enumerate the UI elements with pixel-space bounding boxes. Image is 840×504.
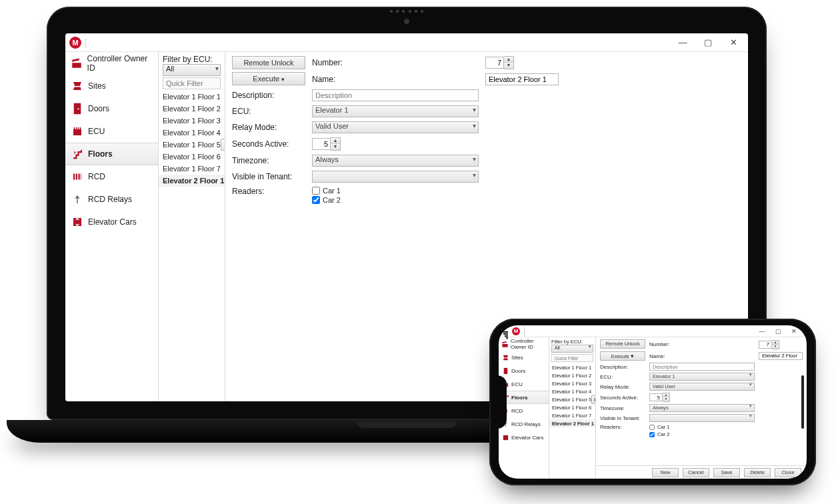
name-input[interactable] [759,352,803,360]
spin-down-icon[interactable]: ▼ [504,63,513,69]
name-input[interactable] [485,73,559,85]
spin-down-icon[interactable]: ▼ [331,144,340,150]
sidebar-item-elevator-cars[interactable]: Elevator Cars [65,211,158,233]
close-button[interactable]: ✕ [727,36,740,49]
description-input[interactable] [649,363,755,371]
relay-mode-dropdown[interactable]: Valid User [649,383,755,391]
list-item[interactable]: Elevator 1 Floor 3 [549,379,595,387]
number-input[interactable] [759,341,772,349]
relay-mode-value[interactable]: Valid User [312,121,479,133]
ecu-value[interactable]: Elevator 1 [312,105,479,117]
relay-mode-dropdown[interactable]: Valid User [312,121,479,133]
sidebar-item-sites[interactable]: Sites [499,351,549,364]
filter-ecu-combo[interactable]: All [163,64,221,76]
number-spinner[interactable]: ▲▼ [759,339,803,350]
execute-button[interactable]: Execute [600,351,645,361]
visible-tenant-value[interactable] [312,171,479,183]
seconds-active-spinner[interactable]: ▲▼ [649,393,755,402]
list-item[interactable]: Elevator 1 Floor 7 [159,163,225,175]
reader-checkbox-car1[interactable]: Car 1 [649,424,755,430]
list-item-text: Elevator 1 Floor 5 [163,141,221,149]
quick-filter-input[interactable] [163,77,221,89]
list-item[interactable]: Elevator 1 Floor 7 [549,411,595,419]
sidebar-item-sites[interactable]: Sites [65,75,158,97]
save-button[interactable]: Save [713,468,740,477]
reader-checkbox-car1[interactable]: Car 1 [312,187,479,195]
sidebar: Controller Owner ID Sites Doors ECU [65,52,159,401]
filter-ecu-value[interactable]: All [551,345,593,353]
readers-list: Car 1 Car 2 [312,187,479,204]
ecu-dropdown[interactable]: Elevator 1 [649,373,755,381]
checkbox-icon[interactable] [312,187,320,195]
list-item-selected[interactable]: Elevator 2 Floor 1 [159,175,225,187]
app-logo-icon [512,327,520,335]
list-item[interactable]: Elevator 1 Floor 2 [159,103,225,115]
sidebar-item-label: Sites [511,355,523,361]
seconds-active-spinner[interactable]: ▲▼ [312,137,479,151]
sidebar-item-floors[interactable]: Floors [65,143,158,165]
new-button[interactable]: New [652,468,679,477]
label-readers: Readers: [232,187,305,196]
checkbox-icon[interactable] [649,432,655,437]
filter-ecu-value[interactable]: All [163,64,221,76]
list-item-selected[interactable]: Elevator 2 Floor 1 [549,419,595,427]
spin-up-icon[interactable]: ▲ [504,57,513,63]
list-item[interactable]: Elevator 1 Floor 4 [549,387,595,395]
list-item[interactable]: Elevator 1 Floor 5 Elevator 1 Floor 3 [549,395,595,403]
list-item[interactable]: Elevator 1 Floor 1 [549,363,595,371]
reader-checkbox-car2[interactable]: Car 2 [312,196,479,204]
sidebar-item-ecu[interactable]: ECU [65,120,158,143]
sidebar-item-rcd[interactable]: RCD [65,165,158,188]
timezone-value[interactable]: Always [312,155,479,167]
sidebar-item-rcd-relays[interactable]: RCD Relays [65,188,158,211]
spin-down-icon[interactable]: ▼ [663,397,669,401]
maximize-button[interactable]: ▢ [701,36,715,49]
list-item[interactable]: Elevator 1 Floor 5 Elevator 1 Floor 3 [159,139,225,151]
timezone-dropdown[interactable]: Always [649,404,755,412]
ecu-value[interactable]: Elevator 1 [649,373,755,381]
list-item[interactable]: Elevator 1 Floor 1 [159,91,225,103]
close-button[interactable]: ✕ [789,327,799,336]
list-item[interactable]: Elevator 1 Floor 2 [549,371,595,379]
spin-down-icon[interactable]: ▼ [772,345,779,349]
sidebar-item-controller-owner-id[interactable]: Controller Owner ID [499,337,549,351]
cancel-button[interactable]: Cancel [683,468,709,477]
close-bottom-button[interactable]: Close [775,468,801,477]
spin-up-icon[interactable]: ▲ [331,138,340,144]
remote-unlock-button[interactable]: Remote Unlock [600,339,645,349]
minimize-button[interactable]: — [757,327,767,336]
execute-button[interactable]: Execute [232,72,305,85]
list-item[interactable]: Elevator 1 Floor 6 [159,151,225,163]
timezone-dropdown[interactable]: Always [312,155,479,167]
label-timezone: Timezone: [232,156,305,165]
visible-tenant-dropdown[interactable] [312,171,479,183]
visible-tenant-value[interactable] [649,414,755,422]
list-item-text: Elevator 1 Floor 5 [552,397,591,403]
filter-ecu-combo[interactable]: All [551,345,593,353]
app-logo-icon [69,37,81,49]
maximize-button[interactable]: ▢ [773,327,783,336]
delete-button[interactable]: Delete [744,468,771,477]
description-input[interactable] [312,89,479,101]
seconds-active-input[interactable] [649,393,663,401]
minimize-button[interactable]: — [676,36,689,49]
list-item[interactable]: Elevator 1 Floor 4 [159,127,225,139]
ecu-dropdown[interactable]: Elevator 1 [312,105,479,117]
timezone-value[interactable]: Always [649,404,755,412]
number-spinner[interactable]: ▲▼ [485,56,559,69]
list-item[interactable]: Elevator 1 Floor 3 [159,115,225,127]
reader-checkbox-car2[interactable]: Car 2 [649,431,755,437]
list-item[interactable]: Elevator 1 Floor 6 [549,403,595,411]
relay-mode-value[interactable]: Valid User [649,383,755,391]
sidebar-item-doors[interactable]: Doors [499,364,549,377]
visible-tenant-dropdown[interactable] [649,414,755,422]
sidebar-item-controller-owner-id[interactable]: Controller Owner ID [65,52,158,75]
sidebar-item-elevator-cars[interactable]: Elevator Cars [499,431,549,444]
checkbox-icon[interactable] [312,196,320,204]
seconds-active-input[interactable] [312,138,331,150]
checkbox-icon[interactable] [649,425,655,430]
number-input[interactable] [485,57,504,69]
sidebar-item-doors[interactable]: Doors [65,97,158,120]
remote-unlock-button[interactable]: Remote Unlock [232,56,305,69]
quick-filter-input[interactable] [551,354,593,362]
